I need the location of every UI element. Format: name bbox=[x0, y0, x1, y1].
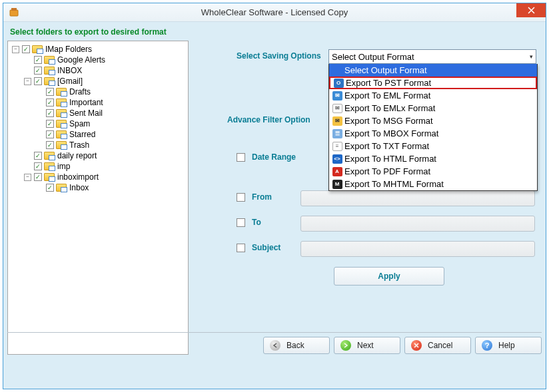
cancel-button[interactable]: Cancel bbox=[404, 337, 471, 354]
cancel-icon bbox=[411, 340, 422, 351]
options-pane: Select Saving Options Select Output Form… bbox=[195, 41, 542, 355]
folder-icon bbox=[44, 173, 55, 181]
help-button[interactable]: ? Help bbox=[475, 337, 542, 354]
tree-label-root: IMap Folders bbox=[45, 44, 92, 55]
tree-node-spam[interactable]: Spam bbox=[36, 118, 187, 129]
tree-label: [Gmail] bbox=[57, 76, 83, 87]
folder-icon bbox=[56, 141, 67, 149]
folder-icon bbox=[56, 88, 67, 96]
dropdown-option-label: Export To PST Format bbox=[346, 78, 431, 88]
next-button-label: Next bbox=[357, 341, 374, 350]
tree-node-sent-mail[interactable]: Sent Mail bbox=[36, 108, 187, 118]
next-arrow-icon bbox=[340, 340, 351, 351]
dropdown-option-label: Export To MSG Format bbox=[344, 116, 433, 126]
tree-node-google-alerts[interactable]: Google Alerts bbox=[24, 55, 187, 65]
apply-button-label: Apply bbox=[378, 272, 400, 281]
folder-icon bbox=[56, 120, 67, 128]
tree-node-gmail[interactable]: −[Gmail] bbox=[24, 76, 187, 87]
tree-node-daily-report[interactable]: daily report bbox=[24, 150, 187, 161]
dropdown-option-label: Export To MHTML Format bbox=[344, 179, 444, 189]
output-format-dropdown[interactable]: Select Output Format OExport To PST Form… bbox=[328, 64, 538, 191]
from-label: From bbox=[252, 192, 272, 202]
tree-label: Inbox bbox=[69, 182, 89, 193]
tree-label: INBOX bbox=[57, 65, 82, 76]
tree-node-inbox[interactable]: INBOX bbox=[24, 65, 187, 76]
folder-icon bbox=[56, 109, 67, 117]
tree-node-important[interactable]: Important bbox=[36, 97, 187, 108]
dropdown-option[interactable]: MExport To MHTML Format bbox=[329, 178, 537, 190]
tree-node-inboximport[interactable]: −inboximport bbox=[24, 172, 187, 182]
instruction-text: Select folders to export to desired form… bbox=[7, 25, 542, 41]
tree-label: Trash bbox=[69, 140, 89, 150]
dropdown-option[interactable]: ✉Export To MSG Format bbox=[329, 114, 537, 127]
folder-icon bbox=[56, 184, 67, 192]
tree-label: daily report bbox=[57, 150, 97, 161]
subject-filter: Subject bbox=[237, 243, 280, 252]
tree-label: Important bbox=[69, 97, 103, 108]
to-input[interactable] bbox=[300, 216, 535, 232]
cancel-button-label: Cancel bbox=[428, 341, 452, 350]
tree-label: Drafts bbox=[69, 87, 91, 97]
tree-node-starred[interactable]: Starred bbox=[36, 129, 187, 140]
tree-label: imp bbox=[57, 161, 70, 172]
dropdown-option[interactable]: AExport To PDF Format bbox=[329, 165, 537, 178]
dropdown-option-label: Export To TXT Format bbox=[344, 141, 429, 151]
tree-node-root[interactable]: − IMap Folders bbox=[12, 44, 187, 55]
dropdown-option-pst[interactable]: OExport To PST Format bbox=[329, 77, 537, 89]
output-format-select[interactable]: Select Output Format ▾ bbox=[328, 49, 536, 64]
subject-label: Subject bbox=[252, 243, 280, 252]
to-filter: To bbox=[237, 218, 261, 227]
back-arrow-icon bbox=[270, 340, 280, 351]
tree-node-drafts[interactable]: Drafts bbox=[36, 87, 187, 97]
from-checkbox[interactable] bbox=[237, 193, 245, 202]
close-button[interactable] bbox=[516, 3, 546, 17]
dropdown-option-label: Export To HTML Format bbox=[344, 154, 436, 164]
window-title: WholeClear Software - Licensed Copy bbox=[3, 7, 546, 17]
body-area: − IMap Folders Google Alerts INBOX −[Gma… bbox=[7, 41, 542, 355]
back-button[interactable]: Back bbox=[263, 337, 330, 354]
dropdown-option[interactable]: ✉Export To EMLx Format bbox=[329, 102, 537, 114]
subject-checkbox[interactable] bbox=[237, 244, 245, 252]
folder-icon bbox=[44, 56, 55, 64]
titlebar: WholeClear Software - Licensed Copy bbox=[3, 3, 546, 22]
to-checkbox[interactable] bbox=[237, 218, 245, 227]
to-label: To bbox=[252, 218, 261, 227]
folder-icon bbox=[44, 162, 55, 170]
chevron-down-icon: ▾ bbox=[530, 53, 533, 60]
tree-node-imp[interactable]: imp bbox=[24, 161, 187, 172]
dropdown-option-label: Export To PDF Format bbox=[344, 166, 430, 176]
footer-toolbar: Back Next Cancel ? Help bbox=[7, 332, 542, 355]
dropdown-option[interactable]: <>Export To HTML Format bbox=[329, 152, 537, 165]
dropdown-option-label: Select Output Format bbox=[344, 65, 427, 75]
from-input[interactable] bbox=[300, 190, 535, 206]
tree-node-trash[interactable]: Trash bbox=[36, 140, 187, 150]
folder-tree[interactable]: − IMap Folders Google Alerts INBOX −[Gma… bbox=[7, 41, 189, 355]
help-button-label: Help bbox=[498, 341, 515, 350]
dropdown-option[interactable]: ✉Export To EML Format bbox=[329, 89, 537, 102]
dropdown-option-label: Export To EMLx Format bbox=[344, 103, 435, 113]
window: WholeClear Software - Licensed Copy Sele… bbox=[3, 3, 546, 389]
folder-icon bbox=[56, 130, 67, 138]
folder-icon bbox=[44, 77, 55, 85]
date-range-checkbox[interactable] bbox=[237, 153, 245, 162]
back-button-label: Back bbox=[286, 341, 304, 350]
folder-icon bbox=[44, 67, 55, 75]
select-saving-label: Select Saving Options bbox=[237, 51, 321, 61]
advance-filter-label: Advance Filter Option bbox=[227, 115, 310, 124]
tree-label: Spam bbox=[69, 118, 90, 129]
folder-icon bbox=[32, 45, 43, 53]
dropdown-option[interactable]: ☰Export To MBOX Format bbox=[329, 127, 537, 140]
from-filter: From bbox=[237, 192, 272, 202]
dropdown-option-label: Export To EML Format bbox=[344, 91, 430, 100]
next-button[interactable]: Next bbox=[334, 337, 400, 354]
tree-node-inbox-child[interactable]: Inbox bbox=[36, 182, 187, 193]
dropdown-option[interactable]: Select Output Format bbox=[329, 64, 537, 77]
tree-label: inboximport bbox=[57, 172, 99, 182]
subject-input[interactable] bbox=[300, 241, 535, 257]
tree-label: Starred bbox=[69, 129, 95, 140]
folder-icon bbox=[56, 98, 67, 106]
apply-button[interactable]: Apply bbox=[334, 267, 444, 286]
dropdown-option[interactable]: ≡Export To TXT Format bbox=[329, 140, 537, 152]
help-icon: ? bbox=[482, 340, 492, 351]
output-format-value: Select Output Format bbox=[332, 52, 414, 62]
